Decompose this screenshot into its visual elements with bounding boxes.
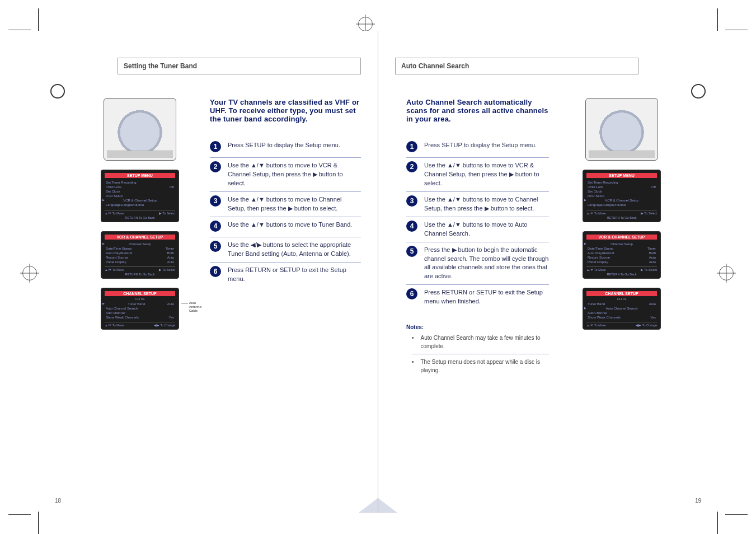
- step-number: 2: [406, 161, 417, 172]
- note-item: Auto Channel Search may take a few minut…: [412, 332, 549, 354]
- osd-row: Child LockOff: [101, 185, 179, 189]
- step-item: 2 Use the ▲/▼ buttons to move to VCR & C…: [210, 160, 361, 192]
- osd-title: SETUP MENU: [586, 173, 657, 178]
- osd-row: Set Clock: [101, 189, 179, 194]
- crop-mark: [8, 30, 31, 30]
- step-item: 1 Press SETUP to display the Setup menu.: [210, 140, 361, 158]
- osd-row: Tuner BandAuto: [583, 302, 660, 306]
- step-item: 3 Use the ▲/▼ buttons to move to Channel…: [210, 194, 361, 217]
- osd-setup-menu: SETUP MENUSet Timer RecordingChild LockO…: [101, 170, 179, 222]
- osd-title: VCR & CHANNEL SETUP: [586, 235, 657, 240]
- osd-row: Date/Time StampTimer: [583, 246, 660, 251]
- step-item: 4 Use the ▲/▼ buttons to move to Auto Ch…: [406, 219, 549, 242]
- osd-title: CHANNEL SETUP: [105, 291, 175, 296]
- osd-title: SETUP MENU: [105, 173, 175, 178]
- osd-row: Add Channel: [583, 311, 660, 315]
- step-number: 4: [406, 221, 417, 232]
- step-item: 6 Press RETURN or SETUP to exit the Setu…: [210, 265, 361, 287]
- osd-row: Auto Play/RewindBoth: [101, 251, 179, 255]
- step-number: 2: [210, 161, 221, 172]
- osd-row: Channel Setup: [583, 242, 660, 246]
- notes-heading: Notes:: [406, 323, 549, 331]
- step-text: Press SETUP to display the Setup menu.: [228, 141, 361, 150]
- page-title: Setting the Tuner Band: [118, 58, 361, 74]
- step-list: 1 Press SETUP to display the Setup menu.…: [210, 140, 361, 287]
- callout-label: Auto: [189, 301, 201, 305]
- osd-row: Record SourceAuto: [101, 255, 179, 260]
- osd-title: CHANNEL SETUP: [586, 291, 657, 296]
- osd-footer: ▲/▼ To Move▶ To Select: [586, 266, 657, 271]
- step-number: 3: [406, 195, 417, 207]
- osd-row: Panel DisplayAuto: [101, 260, 179, 264]
- osd-setup-menu: SETUP MENUSet Timer RecordingChild LockO…: [583, 170, 661, 222]
- osd-row: Show Weak ChannelsYes: [101, 315, 179, 320]
- crop-mark: [725, 30, 748, 30]
- callout-label: Antenna: [189, 305, 201, 309]
- step-number: 6: [406, 288, 417, 299]
- step-text: Use the ▲/▼ buttons to move to Channel S…: [228, 195, 361, 213]
- osd-row: Show Weak ChannelsYes: [583, 315, 660, 320]
- osd-footer: ▲/▼ To Move▶ To Select: [105, 266, 175, 271]
- osd-row: Language/Langue/Idioma: [583, 203, 660, 207]
- step-number: 4: [210, 221, 221, 232]
- steps-column: Auto Channel Search automatically scans …: [406, 98, 549, 380]
- osd-row: Child LockOff: [583, 185, 660, 189]
- step-number: 3: [210, 195, 221, 207]
- osd-footer: ▲/▼ To Move◀▶ To Change: [586, 322, 657, 327]
- step-item: 5 Use the ◀/▶ buttons to select the appr…: [210, 240, 361, 263]
- intro-text: Your TV channels are classified as VHF o…: [210, 98, 361, 123]
- step-item: 6 Press RETURN or SETUP to exit the Setu…: [406, 287, 549, 310]
- osd-row: Add Channel: [101, 311, 179, 315]
- figure-column: SETUP MENUSet Timer RecordingChild LockO…: [560, 98, 683, 339]
- osd-footer: ▲/▼ To Move▶ To Select: [586, 210, 657, 215]
- registration-mark-icon: [358, 17, 373, 31]
- step-number: 6: [210, 266, 221, 277]
- dogear-icon: [359, 498, 378, 513]
- gear-icon: [691, 84, 706, 99]
- osd-footer: RETURN To Go Back: [101, 273, 179, 277]
- crop-mark: [717, 8, 718, 31]
- figure-column: SETUP MENUSet Timer RecordingChild LockO…: [78, 98, 201, 339]
- callout-label: Cable: [189, 309, 201, 313]
- step-number: 1: [406, 141, 417, 152]
- crop-mark: [717, 512, 718, 534]
- gear-icon: [50, 84, 65, 99]
- osd-row: DVD Setup: [583, 194, 660, 198]
- page-right: Auto Channel Search Auto Channel Search …: [378, 31, 717, 513]
- osd-footer: RETURN To Go Back: [583, 216, 660, 221]
- step-list: 1 Press SETUP to display the Setup menu.…: [406, 140, 549, 310]
- step-text: Press SETUP to display the Setup menu.: [424, 141, 549, 150]
- step-text: Use the ▲/▼ buttons to move to Channel S…: [424, 195, 549, 213]
- osd-row: Auto Play/RewindBoth: [583, 251, 660, 255]
- osd-footer: RETURN To Go Back: [583, 273, 660, 277]
- crop-mark: [8, 514, 31, 515]
- osd-channel-setup: CHANNEL SETUPCH 01Tuner BandAutoAuto Cha…: [583, 288, 661, 330]
- step-text: Use the ▲/▼ buttons to move to VCR & Cha…: [228, 161, 361, 188]
- osd-row: Language/Langue/Idioma: [101, 203, 179, 207]
- osd-row: Set Clock: [583, 189, 660, 194]
- intro-text: Auto Channel Search automatically scans …: [406, 98, 549, 123]
- step-item: 2 Use the ▲/▼ buttons to move to VCR & C…: [406, 160, 549, 192]
- registration-mark-icon: [22, 266, 37, 280]
- osd-row: DVD Setup: [101, 194, 179, 198]
- page-title: Auto Channel Search: [395, 58, 638, 74]
- crop-mark: [38, 512, 39, 534]
- page-left: Setting the Tuner Band SETUP MENUSet Tim…: [39, 31, 378, 513]
- osd-row: Auto Channel Search: [101, 306, 179, 311]
- registration-mark-icon: [719, 266, 734, 280]
- step-text: Press the ▶ button to begin the automati…: [424, 246, 549, 282]
- page-number: 18: [55, 498, 61, 504]
- steps-column: Your TV channels are classified as VHF o…: [210, 98, 361, 289]
- step-text: Press RETURN or SETUP to exit the Setup …: [424, 288, 549, 306]
- remote-illustration: [104, 98, 176, 161]
- step-number: 5: [210, 241, 221, 252]
- step-text: Press RETURN or SETUP to exit the Setup …: [228, 266, 361, 284]
- crop-mark: [725, 514, 748, 515]
- osd-row: Auto Channel Search: [583, 306, 660, 311]
- step-item: 5 Press the ▶ button to begin the automa…: [406, 245, 549, 285]
- step-item: 1 Press SETUP to display the Setup menu.: [406, 140, 549, 158]
- step-text: Use the ▲/▼ buttons to move to Auto Chan…: [424, 221, 549, 238]
- osd-footer: ▲/▼ To Move▶ To Select: [105, 210, 175, 215]
- osd-row: Date/Time StampTimer: [101, 246, 179, 251]
- osd-row: Record SourceAuto: [583, 255, 660, 260]
